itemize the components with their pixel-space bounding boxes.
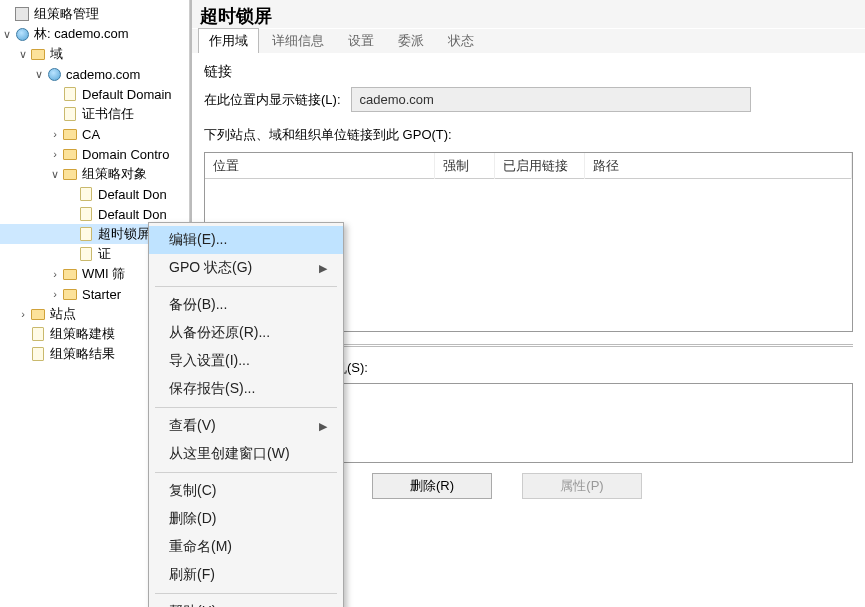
menu-label: GPO 状态(G) [169, 259, 252, 277]
col-enforced[interactable]: 强制 [435, 153, 495, 179]
menu-help[interactable]: 帮助(H) [149, 598, 343, 607]
tab-delegation[interactable]: 委派 [387, 28, 435, 53]
collapse-toggle[interactable]: ∨ [48, 164, 62, 184]
display-links-value[interactable]: cademo.com [351, 87, 751, 112]
expand-toggle[interactable]: › [16, 304, 30, 324]
menu-separator [155, 286, 337, 287]
tree-label-gp-objects: 组策略对象 [80, 165, 147, 183]
tree-domain[interactable]: ∨ cademo.com [0, 64, 189, 84]
menu-refresh[interactable]: 刷新(F) [149, 561, 343, 589]
menu-label: 删除(D) [169, 510, 216, 528]
ou-icon [62, 126, 78, 142]
console-icon [14, 6, 30, 22]
menu-label: 复制(C) [169, 482, 216, 500]
tab-scope[interactable]: 作用域 [198, 28, 259, 53]
menu-label: 导入设置(I)... [169, 352, 250, 370]
col-location[interactable]: 位置 [205, 153, 435, 179]
menu-label: 从备份还原(R)... [169, 324, 270, 342]
menu-separator [155, 407, 337, 408]
expand-toggle[interactable]: › [48, 284, 62, 304]
ou-icon [62, 146, 78, 162]
tree-label-cert-partial: 证 [96, 245, 111, 263]
tree-default-don1[interactable]: Default Don [0, 184, 189, 204]
collapse-toggle[interactable]: ∨ [16, 44, 30, 64]
gpo-link-icon [62, 106, 78, 122]
menu-view[interactable]: 查看(V) ▶ [149, 412, 343, 440]
tree-label-wmi: WMI 筛 [80, 265, 125, 283]
tree-label-default-domain: Default Domain [80, 87, 172, 102]
menu-save-report[interactable]: 保存报告(S)... [149, 375, 343, 403]
menu-label: 保存报告(S)... [169, 380, 255, 398]
gpo-icon [78, 206, 94, 222]
menu-label: 编辑(E)... [169, 231, 227, 249]
menu-restore[interactable]: 从备份还原(R)... [149, 319, 343, 347]
gpo-link-icon [62, 86, 78, 102]
folder-icon [30, 46, 46, 62]
tab-settings[interactable]: 设置 [337, 28, 385, 53]
menu-rename[interactable]: 重命名(M) [149, 533, 343, 561]
tree-default-don2[interactable]: Default Don [0, 204, 189, 224]
tree-forest[interactable]: ∨ 林: cademo.com [0, 24, 189, 44]
linked-to-label: 下列站点、域和组织单位链接到此 GPO(T): [204, 126, 853, 144]
menu-label: 查看(V) [169, 417, 216, 435]
tree-label-forest: 林: cademo.com [32, 25, 129, 43]
menu-label: 从这里创建窗口(W) [169, 445, 290, 463]
tree-label-domain: cademo.com [64, 67, 140, 82]
forest-icon [14, 26, 30, 42]
tree-label-root: 组策略管理 [32, 5, 99, 23]
menu-label: 帮助(H) [169, 603, 216, 607]
menu-gpo-status[interactable]: GPO 状态(G) ▶ [149, 254, 343, 282]
menu-copy[interactable]: 复制(C) [149, 477, 343, 505]
remove-button[interactable]: 删除(R) [372, 473, 492, 499]
expand-toggle[interactable]: › [48, 124, 62, 144]
tree-label-starter: Starter [80, 287, 121, 302]
tree-label-sites: 站点 [48, 305, 76, 323]
tree-label-domain-contro: Domain Contro [80, 147, 169, 162]
tree-label-domains: 域 [48, 45, 63, 63]
results-icon [30, 346, 46, 362]
collapse-toggle[interactable]: ∨ [0, 24, 14, 44]
domain-icon [46, 66, 62, 82]
chevron-right-icon: ▶ [319, 262, 327, 275]
tree-label-timeout-lock: 超时锁屏 [96, 225, 150, 243]
container-icon [62, 286, 78, 302]
menu-label: 重命名(M) [169, 538, 232, 556]
tree-gp-objects[interactable]: ∨ 组策略对象 [0, 164, 189, 184]
tree-label-default-don2: Default Don [96, 207, 167, 222]
container-icon [62, 166, 78, 182]
menu-separator [155, 472, 337, 473]
expand-toggle[interactable]: › [48, 264, 62, 284]
expand-toggle[interactable]: › [48, 144, 62, 164]
tree-domain-contro[interactable]: › Domain Contro [0, 144, 189, 164]
detail-title: 超时锁屏 [192, 0, 865, 29]
col-link-enabled[interactable]: 已启用链接 [495, 153, 585, 179]
tree-domains[interactable]: ∨ 域 [0, 44, 189, 64]
collapse-toggle[interactable]: ∨ [32, 64, 46, 84]
tree-label-default-don1: Default Don [96, 187, 167, 202]
properties-button: 属性(P) [522, 473, 642, 499]
tab-status[interactable]: 状态 [437, 28, 485, 53]
tree-cert-trust[interactable]: 证书信任 [0, 104, 189, 124]
tree-label-cert-trust: 证书信任 [80, 105, 134, 123]
menu-edit[interactable]: 编辑(E)... [149, 226, 343, 254]
tree-label-gp-modeling: 组策略建模 [48, 325, 115, 343]
tab-bar: 作用域 详细信息 设置 委派 状态 [192, 29, 865, 53]
tree-default-domain[interactable]: Default Domain [0, 84, 189, 104]
gpo-icon [78, 226, 94, 242]
menu-new-window[interactable]: 从这里创建窗口(W) [149, 440, 343, 468]
tree-label-gp-results: 组策略结果 [48, 345, 115, 363]
menu-backup[interactable]: 备份(B)... [149, 291, 343, 319]
links-heading: 链接 [204, 63, 853, 81]
tree-root[interactable]: 组策略管理 [0, 4, 189, 24]
gpo-icon [78, 186, 94, 202]
tree-label-ca: CA [80, 127, 100, 142]
container-icon [62, 266, 78, 282]
menu-delete[interactable]: 删除(D) [149, 505, 343, 533]
col-path[interactable]: 路径 [585, 153, 852, 179]
context-menu: 编辑(E)... GPO 状态(G) ▶ 备份(B)... 从备份还原(R)..… [148, 222, 344, 607]
menu-import[interactable]: 导入设置(I)... [149, 347, 343, 375]
links-list-header: 位置 强制 已启用链接 路径 [205, 153, 852, 179]
modeling-icon [30, 326, 46, 342]
tab-details[interactable]: 详细信息 [261, 28, 335, 53]
tree-ca[interactable]: › CA [0, 124, 189, 144]
